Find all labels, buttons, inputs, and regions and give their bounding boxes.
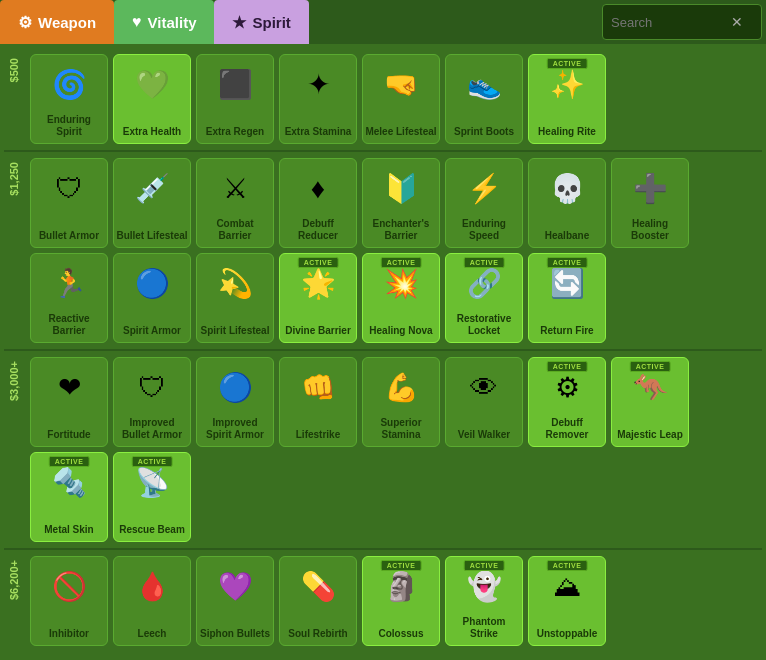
tier-label-1: $1,250 [2,158,26,200]
card-lifestrike[interactable]: 👊Lifestrike [279,357,357,447]
card-superior-stamina[interactable]: 💪Superior Stamina [362,357,440,447]
active-badge-debuff-remover: ACTIVE [547,361,588,372]
card-leech[interactable]: 🩸Leech [113,556,191,646]
card-label-improved-spirit-armor: Improved Spirit Armor [199,417,271,441]
card-icon-phantom-strike: 👻 [462,565,506,609]
card-healbane[interactable]: 💀Healbane [528,158,606,248]
tab-bar: ⚙ Weapon ♥ Vitality ★ Spirit ✕ [0,0,766,44]
card-icon-sprint-boots: 👟 [462,63,506,107]
tier-label-2: $3,000+ [2,357,26,405]
card-bullet-armor[interactable]: 🛡Bullet Armor [30,158,108,248]
card-label-healing-booster: Healing Booster [614,218,686,242]
tier-row-3: $6,200+🚫Inhibitor🩸Leech💜Siphon Bullets💊S… [0,550,766,652]
card-label-healbane: Healbane [531,230,603,242]
tier-row-1: $1,250🛡Bullet Armor💉Bullet Lifesteal⚔Com… [0,152,766,349]
card-spirit-armor[interactable]: 🔵Spirit Armor [113,253,191,343]
vitality-tab-label: Vitality [148,14,197,31]
card-unstoppable[interactable]: ACTIVE⛰Unstoppable [528,556,606,646]
card-sprint-boots[interactable]: 👟Sprint Boots [445,54,523,144]
card-icon-restorative-locket: 🔗 [462,262,506,306]
tier-label-0: $500 [2,54,26,86]
card-soul-rebirth[interactable]: 💊Soul Rebirth [279,556,357,646]
card-label-reactive-barrier: Reactive Barrier [33,313,105,337]
card-label-extra-health: Extra Health [116,126,188,138]
card-fortitude[interactable]: ❤Fortitude [30,357,108,447]
card-icon-enchanters-barrier: 🔰 [379,167,423,211]
tier-grid-2: ❤Fortitude🛡Improved Bullet Armor🔵Improve… [26,357,764,542]
search-close-button[interactable]: ✕ [731,14,743,30]
card-icon-healing-nova: 💥 [379,262,423,306]
card-healing-rite[interactable]: ACTIVE✨Healing Rite [528,54,606,144]
card-veil-walker[interactable]: 👁Veil Walker [445,357,523,447]
card-healing-nova[interactable]: ACTIVE💥Healing Nova [362,253,440,343]
card-label-fortitude: Fortitude [33,429,105,441]
card-enduring-speed[interactable]: ⚡Enduring Speed [445,158,523,248]
card-colossus[interactable]: ACTIVE🗿Colossus [362,556,440,646]
card-icon-combat-barrier: ⚔ [213,167,257,211]
tab-weapon[interactable]: ⚙ Weapon [0,0,114,44]
card-metal-skin[interactable]: ACTIVE🔩Metal Skin [30,452,108,542]
card-extra-regen[interactable]: ⬛Extra Regen [196,54,274,144]
card-icon-extra-stamina: ✦ [296,63,340,107]
card-label-enchanters-barrier: Enchanter's Barrier [365,218,437,242]
vitality-icon: ♥ [132,13,142,31]
card-enduring-spirit[interactable]: 🌀Enduring Spirit [30,54,108,144]
card-label-extra-regen: Extra Regen [199,126,271,138]
card-icon-leech: 🩸 [130,565,174,609]
active-badge-divine-barrier: ACTIVE [298,257,339,268]
active-badge-rescue-beam: ACTIVE [132,456,173,467]
active-badge-unstoppable: ACTIVE [547,560,588,571]
card-label-bullet-armor: Bullet Armor [33,230,105,242]
card-icon-debuff-reducer: ♦ [296,167,340,211]
card-debuff-remover[interactable]: ACTIVE⚙Debuff Remover [528,357,606,447]
card-siphon-bullets[interactable]: 💜Siphon Bullets [196,556,274,646]
card-icon-extra-health: 💚 [130,63,174,107]
card-icon-spirit-lifesteal: 💫 [213,262,257,306]
card-icon-healing-booster: ➕ [628,167,672,211]
card-improved-spirit-armor[interactable]: 🔵Improved Spirit Armor [196,357,274,447]
card-label-leech: Leech [116,628,188,640]
card-bullet-lifesteal[interactable]: 💉Bullet Lifesteal [113,158,191,248]
card-label-melee-lifesteal: Melee Lifesteal [365,126,437,138]
search-input[interactable] [611,15,731,30]
tab-vitality[interactable]: ♥ Vitality [114,0,214,44]
tab-spirit[interactable]: ★ Spirit [214,0,308,44]
tier-grid-3: 🚫Inhibitor🩸Leech💜Siphon Bullets💊Soul Reb… [26,556,764,646]
card-restorative-locket[interactable]: ACTIVE🔗Restorative Locket [445,253,523,343]
card-label-bullet-lifesteal: Bullet Lifesteal [116,230,188,242]
card-icon-melee-lifesteal: 🤜 [379,63,423,107]
card-icon-rescue-beam: 📡 [130,461,174,505]
card-healing-booster[interactable]: ➕Healing Booster [611,158,689,248]
card-divine-barrier[interactable]: ACTIVE🌟Divine Barrier [279,253,357,343]
weapon-tab-label: Weapon [38,14,96,31]
card-extra-health[interactable]: 💚Extra Health [113,54,191,144]
card-label-debuff-reducer: Debuff Reducer [282,218,354,242]
card-combat-barrier[interactable]: ⚔Combat Barrier [196,158,274,248]
card-label-colossus: Colossus [365,628,437,640]
active-badge-majestic-leap: ACTIVE [630,361,671,372]
card-icon-bullet-lifesteal: 💉 [130,167,174,211]
app-container: ⚙ Weapon ♥ Vitality ★ Spirit ✕ $500🌀Endu… [0,0,766,660]
card-rescue-beam[interactable]: ACTIVE📡Rescue Beam [113,452,191,542]
card-label-debuff-remover: Debuff Remover [531,417,603,441]
card-debuff-reducer[interactable]: ♦Debuff Reducer [279,158,357,248]
card-icon-reactive-barrier: 🏃 [47,262,91,306]
card-phantom-strike[interactable]: ACTIVE👻Phantom Strike [445,556,523,646]
card-inhibitor[interactable]: 🚫Inhibitor [30,556,108,646]
card-label-spirit-armor: Spirit Armor [116,325,188,337]
card-extra-stamina[interactable]: ✦Extra Stamina [279,54,357,144]
card-icon-colossus: 🗿 [379,565,423,609]
card-reactive-barrier[interactable]: 🏃Reactive Barrier [30,253,108,343]
card-spirit-lifesteal[interactable]: 💫Spirit Lifesteal [196,253,274,343]
search-container: ✕ [602,4,762,40]
card-label-extra-stamina: Extra Stamina [282,126,354,138]
card-improved-bullet-armor[interactable]: 🛡Improved Bullet Armor [113,357,191,447]
card-label-lifestrike: Lifestrike [282,429,354,441]
spirit-icon: ★ [232,13,246,32]
card-majestic-leap[interactable]: ACTIVE🦘Majestic Leap [611,357,689,447]
card-enchanters-barrier[interactable]: 🔰Enchanter's Barrier [362,158,440,248]
card-melee-lifesteal[interactable]: 🤜Melee Lifesteal [362,54,440,144]
card-label-phantom-strike: Phantom Strike [448,616,520,640]
card-return-fire[interactable]: ACTIVE🔄Return Fire [528,253,606,343]
card-label-superior-stamina: Superior Stamina [365,417,437,441]
